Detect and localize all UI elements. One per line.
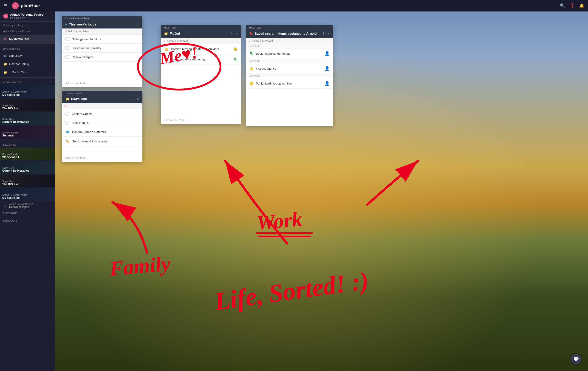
card-saved-title: Saved search - items assigned to Arnold (255, 32, 320, 35)
task-book-megabike[interactable]: 🦎 Book megabike demo day 🦎 (161, 54, 241, 64)
list-icon-personal: ≡ (65, 22, 67, 26)
saved-task-agency[interactable]: 👍 Instruct agency 👤 (246, 64, 333, 74)
card-personal-header-icons: ⋮ ⤢ (131, 22, 139, 26)
saved-task-workspace-1: Super Gym (246, 44, 333, 48)
add-task-family[interactable]: Add a new task... (62, 154, 142, 162)
topbar: ☰ p planHive 🔍 ❓ 🔔 (0, 0, 588, 11)
saved-task-label-linkedin: Put LinkedIn job advert live (256, 82, 322, 85)
card-personal-title: This week's focus! (69, 22, 130, 26)
card-gym-header: 📁 Fit Out ⋮ ⤢ (161, 29, 241, 38)
topbar-icons: 🔍 ❓ 🔔 (560, 3, 584, 8)
sidebar-workspace-name: Anita's Personal Project (3, 30, 52, 33)
card-gym-expand-icon[interactable]: ⤢ (235, 32, 238, 35)
task-check-renew-passport[interactable] (65, 55, 69, 59)
card-saved-expand-icon[interactable]: ⤢ (327, 32, 330, 35)
card-saved-options-icon[interactable]: ⋮ (322, 32, 325, 35)
card-personal-tag: Anita's Personal Project (62, 16, 142, 20)
card-gym-header-icons: ⋮ ⤢ (230, 32, 238, 35)
workspaces-add-icon[interactable]: ⋮ (49, 81, 52, 84)
task-check-order-garden[interactable] (65, 37, 69, 41)
filter-icon-personal[interactable]: ▽ (65, 30, 67, 33)
recent-thumb-4[interactable]: Anita's Personal Project My hectic life! (0, 188, 55, 201)
card-family-options-icon[interactable]: ⋮ (131, 97, 135, 101)
task-confirm-moving[interactable]: 👍 Confirm moving in date with builders 👑 (161, 44, 241, 54)
workspace-thumb-2[interactable]: Super Gym The BIG Plan! (0, 99, 55, 111)
card-expand-icon[interactable]: ⤢ (136, 22, 139, 26)
task-confirm-caterers[interactable]: 🐦 Confirm Sarah's Caterers (62, 127, 142, 137)
projects-add-icon[interactable]: ⋮ (49, 219, 52, 222)
recent-thumb-1[interactable]: Domoor Family Workspace 1 (0, 148, 55, 160)
recent-thumb-2[interactable]: Super Gym Current Deliverables (0, 161, 55, 174)
task-confirm-guests[interactable]: Confirm Guests (62, 109, 142, 118)
task-label-book-rob-dj: Book Rob DJ (72, 121, 139, 125)
menu-icon[interactable]: ☰ (4, 3, 7, 8)
add-task-gym[interactable]: Add a new task... (161, 116, 241, 124)
card-personal-project: Anita's Personal Project ≡ This week's f… (62, 16, 142, 87)
card-family-project: Domoor Family 📁 Dad's 70th ⋮ ⤢ ▽ Confirm… (62, 91, 142, 162)
card-gym-options-icon[interactable]: ⋮ (230, 32, 233, 35)
saved-task-megabike[interactable]: 🦎 Book megabike demo day 👤 (246, 48, 333, 59)
filter-icon-saved[interactable]: ▽ (249, 39, 251, 42)
app-title: planHive (21, 3, 40, 9)
folder-icon: 📁 (3, 62, 7, 66)
card-family-tag: Domoor Family (62, 91, 142, 95)
task-send-invites[interactable]: ✏️ Send invites & instructions (62, 137, 142, 146)
task-book-rob-dj[interactable]: Book Rob DJ (62, 118, 142, 127)
task-icon-invites: ✏️ (65, 139, 70, 144)
projects-section: Projects ⋮ (0, 217, 55, 223)
circle-icon: ○ (3, 204, 7, 208)
saved-task-workspace-3: Super Gym (246, 74, 333, 78)
task-label-renew-passport: Renew passport (72, 55, 139, 59)
show-more-button[interactable]: show more (0, 210, 55, 215)
current-workspace-label: Anita's Personal Project (10, 13, 46, 16)
sidebar-item-my-hectic[interactable]: ⊞ My hectic life! (0, 35, 55, 44)
sidebar-item-domoor[interactable]: 📁 Domoor Family (0, 60, 55, 68)
task-label-order-garden: Order garden furniture (72, 37, 139, 41)
card-gym-filter: ▽ hiding completed (161, 38, 241, 44)
app-logo: p planHive (12, 2, 40, 9)
search-icon[interactable]: 🔍 (560, 3, 565, 8)
notification-icon[interactable]: 🔔 (579, 3, 584, 8)
workspace-options-icon[interactable]: ⋮ (48, 14, 52, 18)
favourites-section: Favourites (0, 46, 55, 52)
card-gym-body: 👍 Confirm moving in date with builders 👑… (161, 44, 241, 116)
saved-task-workspace-2: Super Gym (246, 59, 333, 64)
help-icon[interactable]: ❓ (570, 3, 575, 8)
my-hectic-label: My hectic life! (9, 37, 52, 41)
task-order-garden[interactable]: Order garden furniture (62, 35, 142, 44)
task-label-confirm-guests: Confirm Guests (72, 112, 139, 116)
task-renew-passport[interactable]: Renew passport (62, 53, 142, 62)
working-on-label: Currently working on: (0, 22, 55, 27)
sidebar-item-super-gym[interactable]: ⊞ Super Gym (0, 52, 55, 60)
logo-icon: p (12, 2, 19, 9)
save-icon: 🔖 (249, 32, 253, 35)
workspace-thumb-1[interactable]: Anita's Personal Project My hectic life! (0, 85, 55, 98)
sidebar-item-dads-70th[interactable]: 📁 Dad's 70th (0, 68, 55, 76)
sidebar-item-renew-passport[interactable]: ○ Anita's Personal Project Renew passpor… (0, 201, 55, 210)
add-task-personal[interactable]: Add a new task... (62, 79, 142, 87)
workspace-thumb-3[interactable]: Super Gym Current Deliverables (0, 112, 55, 125)
recent-thumb-3[interactable]: Super Gym The BIG Plan! (0, 175, 55, 187)
card-saved-header: 🔖 Saved search - items assigned to Arnol… (246, 29, 333, 38)
saved-task-label-megabike: Book megabike demo day (256, 52, 322, 55)
card-family-title: Dad's 70th (71, 97, 130, 101)
saved-task-icon-megabike: 🦎 (249, 51, 253, 56)
saved-task-avatar-agency: 👤 (324, 66, 330, 71)
saved-task-linkedin[interactable]: 😞 Put LinkedIn job advert live 👤 (246, 78, 333, 89)
task-book-summer[interactable]: Book Summer holiday (62, 44, 142, 53)
workspace-thumb-4[interactable]: Domoor Family Summer! (0, 126, 55, 138)
filter-icon-family[interactable]: ▽ (65, 105, 67, 108)
card-family-expand-icon[interactable]: ⤢ (136, 97, 139, 101)
grid-icon-gym: ⊞ (3, 54, 7, 58)
task-label-book-summer: Book Summer holiday (72, 46, 139, 50)
sidebar-item-workspace-personal[interactable]: Anita's Personal Project (0, 27, 55, 35)
task-check-confirm-guests[interactable] (65, 112, 69, 116)
card-saved-tag: Super Gym (246, 25, 333, 29)
task-avatar-megabike: 🦎 (232, 56, 238, 62)
card-personal-header: ≡ This week's focus! ⋮ ⤢ (62, 20, 142, 29)
task-check-book-summer[interactable] (65, 46, 69, 50)
chat-bubble-icon[interactable]: 💬 (571, 354, 581, 364)
card-options-icon[interactable]: ⋮ (131, 22, 135, 26)
filter-icon-gym[interactable]: ▽ (164, 39, 166, 42)
task-check-book-rob-dj[interactable] (65, 121, 69, 125)
